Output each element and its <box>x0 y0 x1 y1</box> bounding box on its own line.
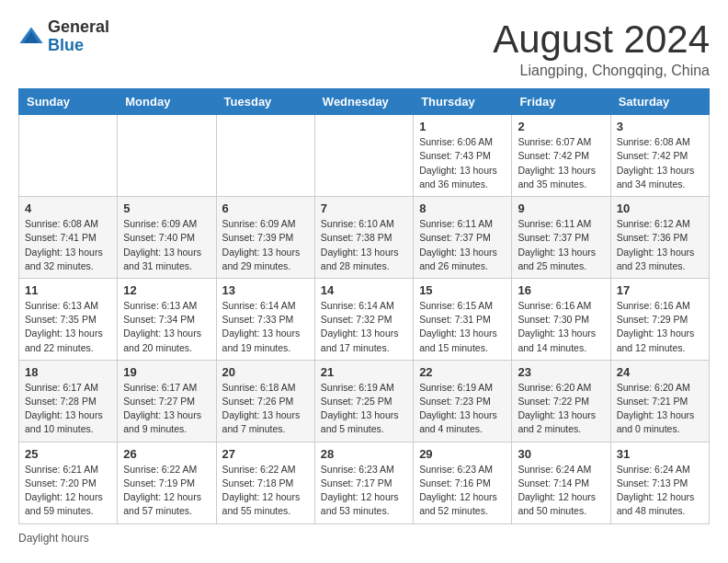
table-row: 25Sunrise: 6:21 AM Sunset: 7:20 PM Dayli… <box>19 442 118 523</box>
day-number: 11 <box>25 283 111 297</box>
day-number: 20 <box>222 365 309 379</box>
day-info: Sunrise: 6:19 AM Sunset: 7:23 PM Dayligh… <box>419 381 506 437</box>
table-row: 19Sunrise: 6:17 AM Sunset: 7:27 PM Dayli… <box>118 360 216 442</box>
day-info: Sunrise: 6:15 AM Sunset: 7:31 PM Dayligh… <box>419 299 506 355</box>
day-info: Sunrise: 6:11 AM Sunset: 7:37 PM Dayligh… <box>419 217 506 273</box>
day-number: 4 <box>25 201 111 215</box>
table-row <box>216 115 314 197</box>
header-tuesday: Tuesday <box>216 89 314 115</box>
day-number: 15 <box>419 283 506 297</box>
calendar-week-row: 4Sunrise: 6:08 AM Sunset: 7:41 PM Daylig… <box>19 197 710 279</box>
table-row: 14Sunrise: 6:14 AM Sunset: 7:32 PM Dayli… <box>314 278 413 360</box>
table-row: 2Sunrise: 6:07 AM Sunset: 7:42 PM Daylig… <box>512 115 610 197</box>
header-thursday: Thursday <box>414 89 512 115</box>
table-row: 29Sunrise: 6:23 AM Sunset: 7:16 PM Dayli… <box>414 442 512 523</box>
table-row: 27Sunrise: 6:22 AM Sunset: 7:18 PM Dayli… <box>216 442 314 523</box>
table-row: 11Sunrise: 6:13 AM Sunset: 7:35 PM Dayli… <box>19 278 118 360</box>
table-row: 8Sunrise: 6:11 AM Sunset: 7:37 PM Daylig… <box>414 197 512 279</box>
day-number: 19 <box>123 365 210 379</box>
day-info: Sunrise: 6:08 AM Sunset: 7:41 PM Dayligh… <box>25 217 111 273</box>
day-number: 29 <box>419 447 506 461</box>
day-number: 3 <box>617 120 703 133</box>
day-info: Sunrise: 6:10 AM Sunset: 7:38 PM Dayligh… <box>321 217 407 273</box>
day-number: 21 <box>321 365 407 379</box>
day-number: 30 <box>518 447 604 461</box>
day-number: 6 <box>222 201 309 215</box>
day-number: 14 <box>321 283 407 297</box>
footer-note: Daylight hours <box>18 532 710 545</box>
table-row <box>19 115 118 197</box>
day-info: Sunrise: 6:19 AM Sunset: 7:25 PM Dayligh… <box>321 381 407 437</box>
day-info: Sunrise: 6:16 AM Sunset: 7:30 PM Dayligh… <box>518 299 604 355</box>
day-info: Sunrise: 6:13 AM Sunset: 7:35 PM Dayligh… <box>25 299 111 355</box>
day-number: 31 <box>617 447 703 461</box>
day-info: Sunrise: 6:24 AM Sunset: 7:14 PM Dayligh… <box>518 463 604 519</box>
calendar-week-row: 25Sunrise: 6:21 AM Sunset: 7:20 PM Dayli… <box>19 442 710 523</box>
header-monday: Monday <box>118 89 216 115</box>
daylight-label: Daylight hours <box>18 532 89 545</box>
day-number: 22 <box>419 365 506 379</box>
day-number: 24 <box>617 365 703 379</box>
day-info: Sunrise: 6:17 AM Sunset: 7:27 PM Dayligh… <box>123 381 210 437</box>
table-row: 30Sunrise: 6:24 AM Sunset: 7:14 PM Dayli… <box>512 442 610 523</box>
table-row: 15Sunrise: 6:15 AM Sunset: 7:31 PM Dayli… <box>414 278 512 360</box>
day-info: Sunrise: 6:17 AM Sunset: 7:28 PM Dayligh… <box>25 381 111 437</box>
day-number: 17 <box>617 283 703 297</box>
header-friday: Friday <box>512 89 610 115</box>
table-row: 12Sunrise: 6:13 AM Sunset: 7:34 PM Dayli… <box>118 278 216 360</box>
day-info: Sunrise: 6:09 AM Sunset: 7:40 PM Dayligh… <box>123 217 210 273</box>
day-number: 9 <box>518 201 604 215</box>
table-row: 31Sunrise: 6:24 AM Sunset: 7:13 PM Dayli… <box>610 442 709 523</box>
table-row: 7Sunrise: 6:10 AM Sunset: 7:38 PM Daylig… <box>314 197 413 279</box>
day-info: Sunrise: 6:07 AM Sunset: 7:42 PM Dayligh… <box>518 135 604 191</box>
day-info: Sunrise: 6:13 AM Sunset: 7:34 PM Dayligh… <box>123 299 210 355</box>
day-info: Sunrise: 6:14 AM Sunset: 7:32 PM Dayligh… <box>321 299 407 355</box>
page-header: General Blue August 2024 Liangping, Chon… <box>18 18 710 79</box>
table-row: 20Sunrise: 6:18 AM Sunset: 7:26 PM Dayli… <box>216 360 314 442</box>
day-info: Sunrise: 6:23 AM Sunset: 7:16 PM Dayligh… <box>419 463 506 519</box>
day-info: Sunrise: 6:16 AM Sunset: 7:29 PM Dayligh… <box>617 299 703 355</box>
table-row: 13Sunrise: 6:14 AM Sunset: 7:33 PM Dayli… <box>216 278 314 360</box>
header-saturday: Saturday <box>610 89 709 115</box>
table-row: 6Sunrise: 6:09 AM Sunset: 7:39 PM Daylig… <box>216 197 314 279</box>
day-info: Sunrise: 6:09 AM Sunset: 7:39 PM Dayligh… <box>222 217 309 273</box>
day-number: 18 <box>25 365 111 379</box>
table-row: 5Sunrise: 6:09 AM Sunset: 7:40 PM Daylig… <box>118 197 216 279</box>
location-subtitle: Liangping, Chongqing, China <box>493 63 710 79</box>
day-number: 7 <box>321 201 407 215</box>
day-info: Sunrise: 6:24 AM Sunset: 7:13 PM Dayligh… <box>617 463 703 519</box>
day-info: Sunrise: 6:14 AM Sunset: 7:33 PM Dayligh… <box>222 299 309 355</box>
logo-general: General <box>48 17 109 36</box>
table-row: 23Sunrise: 6:20 AM Sunset: 7:22 PM Dayli… <box>512 360 610 442</box>
day-number: 27 <box>222 447 309 461</box>
table-row: 9Sunrise: 6:11 AM Sunset: 7:37 PM Daylig… <box>512 197 610 279</box>
day-info: Sunrise: 6:20 AM Sunset: 7:21 PM Dayligh… <box>617 381 703 437</box>
day-info: Sunrise: 6:20 AM Sunset: 7:22 PM Dayligh… <box>518 381 604 437</box>
table-row: 21Sunrise: 6:19 AM Sunset: 7:25 PM Dayli… <box>314 360 413 442</box>
table-row: 28Sunrise: 6:23 AM Sunset: 7:17 PM Dayli… <box>314 442 413 523</box>
day-info: Sunrise: 6:18 AM Sunset: 7:26 PM Dayligh… <box>222 381 309 437</box>
day-info: Sunrise: 6:08 AM Sunset: 7:42 PM Dayligh… <box>617 135 703 191</box>
table-row: 1Sunrise: 6:06 AM Sunset: 7:43 PM Daylig… <box>414 115 512 197</box>
table-row: 18Sunrise: 6:17 AM Sunset: 7:28 PM Dayli… <box>19 360 118 442</box>
day-number: 2 <box>518 120 604 133</box>
day-info: Sunrise: 6:22 AM Sunset: 7:19 PM Dayligh… <box>123 463 210 519</box>
calendar-week-row: 18Sunrise: 6:17 AM Sunset: 7:28 PM Dayli… <box>19 360 710 442</box>
table-row: 26Sunrise: 6:22 AM Sunset: 7:19 PM Dayli… <box>118 442 216 523</box>
logo-blue: Blue <box>48 36 84 54</box>
day-number: 25 <box>25 447 111 461</box>
calendar-table: Sunday Monday Tuesday Wednesday Thursday… <box>18 88 710 523</box>
table-row: 24Sunrise: 6:20 AM Sunset: 7:21 PM Dayli… <box>610 360 709 442</box>
table-row: 22Sunrise: 6:19 AM Sunset: 7:23 PM Dayli… <box>414 360 512 442</box>
day-number: 13 <box>222 283 309 297</box>
day-info: Sunrise: 6:21 AM Sunset: 7:20 PM Dayligh… <box>25 463 111 519</box>
logo: General Blue <box>18 18 109 55</box>
day-number: 10 <box>617 201 703 215</box>
day-number: 23 <box>518 365 604 379</box>
day-number: 12 <box>123 283 210 297</box>
month-year-title: August 2024 <box>493 18 710 61</box>
logo-icon <box>18 24 44 50</box>
day-number: 1 <box>419 120 506 133</box>
calendar-header-row: Sunday Monday Tuesday Wednesday Thursday… <box>19 89 710 115</box>
table-row: 3Sunrise: 6:08 AM Sunset: 7:42 PM Daylig… <box>610 115 709 197</box>
